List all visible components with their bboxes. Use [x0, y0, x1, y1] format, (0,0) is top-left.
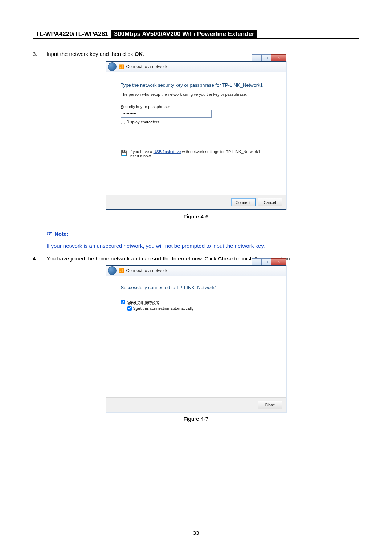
window-controls-2: — ▢ ✕: [252, 258, 286, 265]
dialog-titlebar-2: ← 📶 Connect to a network: [106, 266, 286, 276]
note-heading: ☞ Note:: [46, 230, 359, 238]
connect-network-dialog-2: — ▢ ✕ ← 📶 Connect to a network Successfu…: [106, 265, 286, 412]
pointing-hand-icon: ☞: [46, 230, 52, 238]
step4-a: You have joined the home network and can…: [46, 255, 218, 262]
dialog-body: Type the network security key or passphr…: [106, 72, 286, 195]
start-automatically-row: Start this connection automatically: [127, 306, 271, 311]
cancel-button[interactable]: Cancel: [258, 198, 282, 206]
step3-post: .: [143, 51, 144, 57]
usb-pre: If you have a: [130, 149, 154, 154]
wifi-icon: 📶: [119, 64, 124, 69]
step-3: 3. Input the network key and then click …: [33, 51, 359, 57]
save-network-row: Save this network: [121, 300, 271, 305]
figure-4-6-caption: Figure 4-6: [33, 213, 359, 219]
back-button-2[interactable]: ←: [108, 266, 117, 275]
step-3-text: Input the network key and then click OK.: [46, 51, 359, 57]
dialog-heading: Type the network security key or passphr…: [121, 82, 271, 88]
step-4: 4. You have joined the home network and …: [33, 255, 359, 262]
save-network-label: Save this network: [127, 300, 160, 305]
window-controls: — ▢ ✕: [252, 54, 286, 61]
display-characters-label: Display characters: [127, 120, 160, 124]
usb-hint-row: 💾 If you have a USB flash drive with net…: [121, 149, 271, 158]
figure-4-7-caption: Figure 4-7: [33, 416, 359, 422]
step3-bold: OK: [135, 51, 143, 57]
maximize-button[interactable]: ▢: [261, 54, 271, 61]
close-button[interactable]: Close: [258, 401, 282, 409]
back-button[interactable]: ←: [108, 62, 117, 71]
page-number: 33: [0, 530, 392, 536]
usb-flash-drive-link[interactable]: USB flash drive: [154, 149, 181, 154]
security-key-label: SSecurity key or passphrase:ecurity key …: [121, 104, 271, 109]
save-network-checkbox[interactable]: [121, 300, 125, 304]
note-label: Note:: [54, 231, 68, 237]
dialog-title-2: Connect to a network: [126, 268, 167, 273]
connect-network-dialog-1: — ▢ ✕ ← 📶 Connect to a network Type the …: [106, 61, 286, 210]
step4-bold: Close: [218, 255, 233, 262]
dialog-footer: Connect Cancel: [106, 195, 286, 209]
note-text: If your network is an unsecured network,…: [46, 243, 359, 249]
wifi-icon-2: 📶: [119, 268, 124, 273]
step3-pre: Input the network key and then click: [46, 51, 135, 57]
step-4-number: 4.: [33, 255, 46, 262]
start-automatically-label: Start this connection automatically: [133, 306, 194, 311]
close-window-button-2[interactable]: ✕: [271, 258, 286, 265]
dialog-footer-2: Close: [106, 397, 286, 412]
dialog-subtext: The person who setup the network can giv…: [121, 92, 271, 97]
success-heading: Successfully connected to TP-LINK_Networ…: [121, 285, 271, 290]
display-characters-row: Display characters: [121, 120, 271, 124]
dialog-titlebar: ← 📶 Connect to a network: [106, 62, 286, 72]
header-title: 300Mbps AV500/AV200 WiFi Powerline Exten…: [111, 30, 257, 38]
step-4-text: You have joined the home network and can…: [46, 255, 359, 262]
arrow-left-icon: ←: [110, 64, 114, 70]
header-model: TL-WPA4220/TL-WPA281: [33, 30, 111, 38]
minimize-button-2[interactable]: —: [252, 258, 262, 265]
usb-drive-icon: 💾: [121, 149, 130, 158]
arrow-left-icon-2: ←: [110, 268, 114, 274]
close-window-button[interactable]: ✕: [271, 54, 286, 61]
display-characters-checkbox[interactable]: [121, 120, 125, 124]
dialog-title: Connect to a network: [126, 64, 167, 69]
dialog-body-2: Successfully connected to TP-LINK_Networ…: [106, 276, 286, 397]
start-automatically-checkbox[interactable]: [127, 306, 132, 311]
maximize-button-2[interactable]: ▢: [261, 258, 271, 265]
connect-button[interactable]: Connect: [231, 198, 256, 206]
step-3-number: 3.: [33, 51, 46, 57]
doc-header: TL-WPA4220/TL-WPA281 300Mbps AV500/AV200…: [33, 29, 359, 39]
minimize-button[interactable]: —: [252, 54, 262, 61]
usb-hint-text: If you have a USB flash drive with netwo…: [130, 149, 271, 158]
security-key-input[interactable]: [121, 110, 212, 118]
